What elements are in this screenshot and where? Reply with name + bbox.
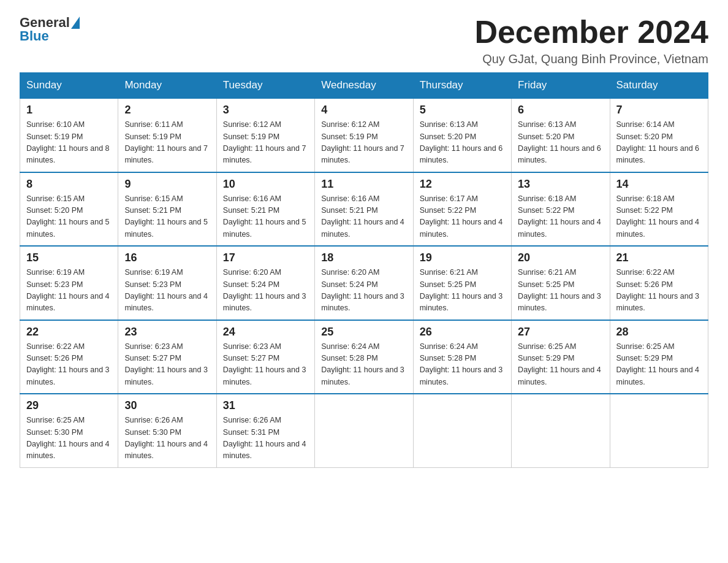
day-number: 13	[518, 178, 603, 191]
day-cell: 25Sunrise: 6:24 AMSunset: 5:28 PMDayligh…	[315, 320, 413, 394]
week-row-5: 29Sunrise: 6:25 AMSunset: 5:30 PMDayligh…	[20, 394, 708, 467]
day-number: 11	[321, 178, 406, 191]
day-cell: 20Sunrise: 6:21 AMSunset: 5:25 PMDayligh…	[512, 246, 610, 320]
day-info: Sunrise: 6:15 AMSunset: 5:20 PMDaylight:…	[26, 193, 112, 241]
calendar-table: SundayMondayTuesdayWednesdayThursdayFrid…	[20, 72, 708, 468]
day-number: 29	[26, 399, 112, 412]
day-cell: 8Sunrise: 6:15 AMSunset: 5:20 PMDaylight…	[20, 172, 118, 247]
day-info: Sunrise: 6:15 AMSunset: 5:21 PMDaylight:…	[124, 193, 210, 241]
logo-blue-text: Blue	[20, 28, 49, 44]
day-info: Sunrise: 6:23 AMSunset: 5:27 PMDaylight:…	[223, 341, 308, 389]
day-number: 21	[616, 251, 702, 264]
day-info: Sunrise: 6:18 AMSunset: 5:22 PMDaylight:…	[616, 193, 702, 241]
day-cell	[315, 394, 413, 467]
day-number: 12	[420, 178, 505, 191]
day-info: Sunrise: 6:14 AMSunset: 5:20 PMDaylight:…	[616, 119, 702, 167]
day-cell: 21Sunrise: 6:22 AMSunset: 5:26 PMDayligh…	[610, 246, 708, 320]
day-info: Sunrise: 6:26 AMSunset: 5:31 PMDaylight:…	[223, 415, 308, 462]
column-header-wednesday: Wednesday	[315, 73, 413, 99]
column-header-sunday: Sunday	[20, 73, 118, 99]
day-number: 6	[518, 104, 603, 117]
day-number: 3	[223, 104, 308, 117]
day-info: Sunrise: 6:12 AMSunset: 5:19 PMDaylight:…	[321, 119, 406, 167]
day-info: Sunrise: 6:21 AMSunset: 5:25 PMDaylight:…	[518, 267, 603, 315]
day-cell: 17Sunrise: 6:20 AMSunset: 5:24 PMDayligh…	[216, 246, 314, 320]
day-info: Sunrise: 6:11 AMSunset: 5:19 PMDaylight:…	[124, 119, 210, 167]
day-cell: 7Sunrise: 6:14 AMSunset: 5:20 PMDaylight…	[610, 98, 708, 172]
day-number: 14	[616, 178, 702, 191]
title-block: December 2024 Quy GJat, Quang Binh Provi…	[474, 15, 708, 66]
day-cell: 9Sunrise: 6:15 AMSunset: 5:21 PMDaylight…	[118, 172, 216, 247]
day-cell: 28Sunrise: 6:25 AMSunset: 5:29 PMDayligh…	[610, 320, 708, 394]
day-number: 26	[420, 326, 505, 339]
day-cell: 15Sunrise: 6:19 AMSunset: 5:23 PMDayligh…	[20, 246, 118, 320]
day-cell: 11Sunrise: 6:16 AMSunset: 5:21 PMDayligh…	[315, 172, 413, 247]
day-number: 31	[223, 399, 308, 412]
day-number: 1	[26, 104, 112, 117]
day-cell: 12Sunrise: 6:17 AMSunset: 5:22 PMDayligh…	[413, 172, 511, 247]
day-number: 30	[124, 399, 210, 412]
day-cell: 1Sunrise: 6:10 AMSunset: 5:19 PMDaylight…	[20, 98, 118, 172]
day-info: Sunrise: 6:13 AMSunset: 5:20 PMDaylight:…	[518, 119, 603, 167]
day-cell: 18Sunrise: 6:20 AMSunset: 5:24 PMDayligh…	[315, 246, 413, 320]
day-info: Sunrise: 6:17 AMSunset: 5:22 PMDaylight:…	[420, 193, 505, 241]
day-info: Sunrise: 6:20 AMSunset: 5:24 PMDaylight:…	[321, 267, 406, 315]
day-number: 27	[518, 326, 603, 339]
logo: General Blue	[20, 15, 80, 44]
day-info: Sunrise: 6:25 AMSunset: 5:29 PMDaylight:…	[616, 341, 702, 389]
day-info: Sunrise: 6:19 AMSunset: 5:23 PMDaylight:…	[26, 267, 112, 315]
day-cell: 27Sunrise: 6:25 AMSunset: 5:29 PMDayligh…	[512, 320, 610, 394]
day-number: 25	[321, 326, 406, 339]
day-info: Sunrise: 6:19 AMSunset: 5:23 PMDaylight:…	[124, 267, 210, 315]
week-row-2: 8Sunrise: 6:15 AMSunset: 5:20 PMDaylight…	[20, 172, 708, 247]
day-number: 7	[616, 104, 702, 117]
day-number: 23	[124, 326, 210, 339]
day-info: Sunrise: 6:23 AMSunset: 5:27 PMDaylight:…	[124, 341, 210, 389]
day-cell: 26Sunrise: 6:24 AMSunset: 5:28 PMDayligh…	[413, 320, 511, 394]
day-info: Sunrise: 6:21 AMSunset: 5:25 PMDaylight:…	[420, 267, 505, 315]
day-info: Sunrise: 6:12 AMSunset: 5:19 PMDaylight:…	[223, 119, 308, 167]
day-number: 20	[518, 251, 603, 264]
day-number: 18	[321, 251, 406, 264]
day-info: Sunrise: 6:13 AMSunset: 5:20 PMDaylight:…	[420, 119, 505, 167]
day-number: 2	[124, 104, 210, 117]
day-info: Sunrise: 6:10 AMSunset: 5:19 PMDaylight:…	[26, 119, 112, 167]
day-cell: 23Sunrise: 6:23 AMSunset: 5:27 PMDayligh…	[118, 320, 216, 394]
column-header-tuesday: Tuesday	[216, 73, 314, 99]
day-info: Sunrise: 6:22 AMSunset: 5:26 PMDaylight:…	[616, 267, 702, 315]
day-cell: 10Sunrise: 6:16 AMSunset: 5:21 PMDayligh…	[216, 172, 314, 247]
day-cell: 6Sunrise: 6:13 AMSunset: 5:20 PMDaylight…	[512, 98, 610, 172]
day-cell: 4Sunrise: 6:12 AMSunset: 5:19 PMDaylight…	[315, 98, 413, 172]
day-cell: 5Sunrise: 6:13 AMSunset: 5:20 PMDaylight…	[413, 98, 511, 172]
day-number: 5	[420, 104, 505, 117]
day-cell: 31Sunrise: 6:26 AMSunset: 5:31 PMDayligh…	[216, 394, 314, 467]
day-cell: 29Sunrise: 6:25 AMSunset: 5:30 PMDayligh…	[20, 394, 118, 467]
day-number: 17	[223, 251, 308, 264]
day-number: 4	[321, 104, 406, 117]
day-cell: 14Sunrise: 6:18 AMSunset: 5:22 PMDayligh…	[610, 172, 708, 247]
day-cell	[512, 394, 610, 467]
column-header-friday: Friday	[512, 73, 610, 99]
day-info: Sunrise: 6:26 AMSunset: 5:30 PMDaylight:…	[124, 415, 210, 462]
page-header: General Blue December 2024 Quy GJat, Qua…	[20, 15, 708, 66]
day-info: Sunrise: 6:24 AMSunset: 5:28 PMDaylight:…	[321, 341, 406, 389]
day-number: 22	[26, 326, 112, 339]
day-info: Sunrise: 6:18 AMSunset: 5:22 PMDaylight:…	[518, 193, 603, 241]
column-header-thursday: Thursday	[413, 73, 511, 99]
day-cell	[413, 394, 511, 467]
day-cell: 3Sunrise: 6:12 AMSunset: 5:19 PMDaylight…	[216, 98, 314, 172]
day-cell: 13Sunrise: 6:18 AMSunset: 5:22 PMDayligh…	[512, 172, 610, 247]
week-row-1: 1Sunrise: 6:10 AMSunset: 5:19 PMDaylight…	[20, 98, 708, 172]
day-number: 10	[223, 178, 308, 191]
day-number: 15	[26, 251, 112, 264]
day-number: 24	[223, 326, 308, 339]
day-cell: 19Sunrise: 6:21 AMSunset: 5:25 PMDayligh…	[413, 246, 511, 320]
day-info: Sunrise: 6:22 AMSunset: 5:26 PMDaylight:…	[26, 341, 112, 389]
column-header-monday: Monday	[118, 73, 216, 99]
day-number: 8	[26, 178, 112, 191]
day-info: Sunrise: 6:24 AMSunset: 5:28 PMDaylight:…	[420, 341, 505, 389]
calendar-header-row: SundayMondayTuesdayWednesdayThursdayFrid…	[20, 73, 708, 99]
day-info: Sunrise: 6:20 AMSunset: 5:24 PMDaylight:…	[223, 267, 308, 315]
day-cell: 16Sunrise: 6:19 AMSunset: 5:23 PMDayligh…	[118, 246, 216, 320]
day-cell	[610, 394, 708, 467]
